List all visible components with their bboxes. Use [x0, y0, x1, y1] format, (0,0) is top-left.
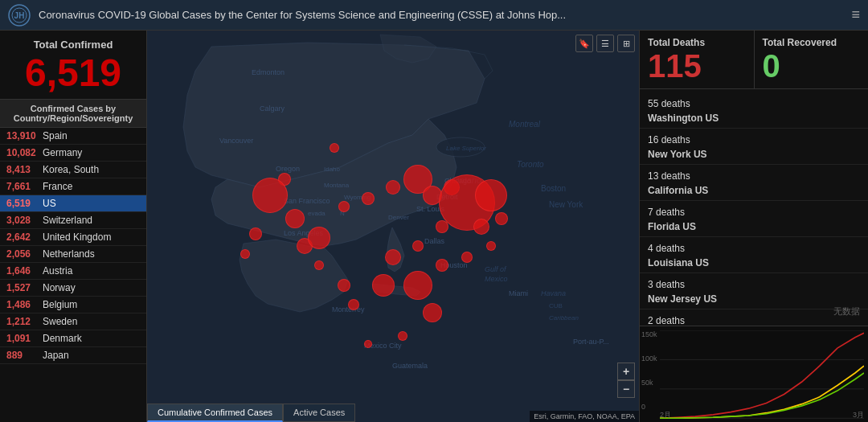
- svg-text:Idaho: Idaho: [324, 166, 341, 173]
- country-name: US: [43, 198, 56, 209]
- svg-text:Monterrey: Monterrey: [332, 305, 365, 313]
- svg-text:San Francisco: San Francisco: [284, 197, 330, 205]
- chart-x-labels: 2月3月: [660, 410, 864, 420]
- total-recovered-label: Total Recovered: [763, 37, 861, 48]
- country-item[interactable]: 1,527Norway: [0, 280, 146, 297]
- svg-text:Guatemala: Guatemala: [392, 362, 428, 370]
- death-item[interactable]: 55 deathsWashington US: [640, 92, 868, 129]
- list-btn[interactable]: ☰: [596, 35, 614, 52]
- country-name: Sweden: [43, 316, 77, 327]
- death-location: Washington US: [648, 113, 719, 124]
- country-count: 2,056: [6, 248, 43, 260]
- menu-icon[interactable]: ≡: [851, 6, 860, 23]
- svg-text:CUB: CUB: [549, 302, 563, 309]
- country-item[interactable]: 10,082Germany: [0, 145, 146, 162]
- map-tab[interactable]: Cumulative Confirmed Cases: [147, 404, 283, 422]
- map-area: Ontario Montreal Toronto Boston New York…: [147, 31, 639, 422]
- chart-y-label: 50k: [641, 379, 657, 387]
- country-count: 13,910: [6, 130, 43, 141]
- country-name: Korea, South: [43, 164, 99, 175]
- country-item[interactable]: 2,056Netherlands: [0, 246, 146, 263]
- death-location: Florida US: [648, 221, 696, 232]
- death-item[interactable]: 13 deathsCalifornia US: [640, 165, 868, 201]
- chart-x-label: 3月: [853, 410, 864, 420]
- svg-text:New York: New York: [549, 200, 583, 209]
- country-count: 1,091: [6, 333, 43, 344]
- country-item[interactable]: 1,091Denmark: [0, 330, 146, 347]
- svg-text:Montana: Montana: [324, 182, 350, 189]
- total-confirmed-value: 6,519: [8, 54, 138, 92]
- country-name: Norway: [43, 282, 76, 293]
- country-name: United Kingdom: [43, 231, 111, 243]
- country-item[interactable]: 7,661France: [0, 178, 146, 195]
- svg-text:JH: JH: [14, 11, 25, 20]
- country-item[interactable]: 889Japan: [0, 347, 146, 364]
- country-name: Japan: [43, 350, 69, 361]
- death-item[interactable]: 7 deathsFlorida US: [640, 201, 868, 237]
- svg-text:Edmonton: Edmonton: [252, 68, 285, 76]
- country-item[interactable]: 1,486Belgium: [0, 297, 146, 313]
- country-item[interactable]: 3,028Switzerland: [0, 212, 146, 229]
- death-count: 16 deaths: [648, 134, 690, 145]
- header-title: Coronavirus COVID-19 Global Cases by the…: [39, 9, 843, 21]
- svg-text:Detroit: Detroit: [436, 193, 458, 201]
- map-tabs: Cumulative Confirmed CasesActive Cases: [147, 404, 355, 422]
- country-name: Belgium: [43, 299, 77, 310]
- chart-y-label: 100k: [641, 354, 657, 363]
- country-name: Spain: [43, 130, 68, 141]
- svg-text:Denver: Denver: [388, 214, 409, 221]
- chart-x-label: 2月: [660, 410, 671, 420]
- death-count: 7 deaths: [648, 207, 685, 218]
- country-item[interactable]: 2,642United Kingdom: [0, 229, 146, 246]
- country-count: 6,519: [6, 198, 43, 209]
- death-location: California US: [648, 185, 708, 196]
- zoom-out-btn[interactable]: −: [617, 380, 635, 398]
- svg-text:St. Louis: St. Louis: [416, 205, 445, 213]
- country-name: Denmark: [43, 333, 82, 344]
- death-location: Louisiana US: [648, 257, 709, 268]
- svg-text:Havana: Havana: [541, 289, 566, 297]
- country-count: 1,486: [6, 299, 43, 310]
- country-count: 2,642: [6, 231, 43, 243]
- svg-text:Caribbean: Caribbean: [549, 314, 579, 322]
- svg-text:Oregon: Oregon: [276, 165, 300, 173]
- svg-text:Dallas: Dallas: [424, 237, 445, 245]
- zoom-in-btn[interactable]: +: [617, 363, 635, 380]
- svg-text:Mexico: Mexico: [485, 275, 508, 283]
- death-location: New York US: [648, 149, 707, 160]
- total-confirmed-box: Total Confirmed 6,519: [0, 31, 146, 100]
- svg-text:Port-au-P...: Port-au-P...: [573, 338, 609, 346]
- bookmark-btn[interactable]: 🔖: [575, 35, 593, 52]
- country-name: Germany: [43, 147, 82, 158]
- death-count: 13 deaths: [648, 170, 690, 182]
- chart-y-label: 150k: [641, 330, 657, 338]
- country-item[interactable]: 8,413Korea, South: [0, 162, 146, 178]
- death-item[interactable]: 16 deathsNew York US: [640, 129, 868, 165]
- death-count: 4 deaths: [648, 243, 685, 254]
- country-count: 1,212: [6, 316, 43, 327]
- death-count: 3 deaths: [648, 279, 685, 290]
- country-name: France: [43, 181, 72, 192]
- country-item[interactable]: 6,519US: [0, 195, 146, 212]
- country-item[interactable]: 1,212Sweden: [0, 313, 146, 330]
- svg-text:Toronto: Toronto: [517, 160, 544, 169]
- svg-text:Chicago: Chicago: [444, 177, 471, 185]
- country-count: 7,661: [6, 181, 43, 192]
- total-deaths-label: Total Deaths: [648, 37, 746, 48]
- map-tab[interactable]: Active Cases: [283, 404, 355, 422]
- country-name: Netherlands: [43, 248, 95, 260]
- svg-text:Wyoming: Wyoming: [344, 194, 371, 201]
- death-item[interactable]: 4 deathsLouisiana US: [640, 237, 868, 273]
- grid-btn[interactable]: ⊞: [617, 35, 635, 52]
- svg-text:Boston: Boston: [541, 184, 566, 193]
- svg-text:Lake Superior: Lake Superior: [446, 145, 486, 152]
- country-item[interactable]: 13,910Spain: [0, 128, 146, 145]
- no-data-label: 无数据: [640, 297, 868, 326]
- country-item[interactable]: 1,646Austria: [0, 263, 146, 280]
- svg-text:Miami: Miami: [509, 289, 528, 297]
- death-count: 55 deaths: [648, 98, 690, 109]
- country-count: 889: [6, 350, 43, 361]
- svg-text:Mexico City: Mexico City: [364, 342, 402, 350]
- map-toolbar: 🔖 ☰ ⊞: [575, 35, 635, 52]
- stats-row: Total Deaths 115 Total Recovered 0: [640, 31, 868, 89]
